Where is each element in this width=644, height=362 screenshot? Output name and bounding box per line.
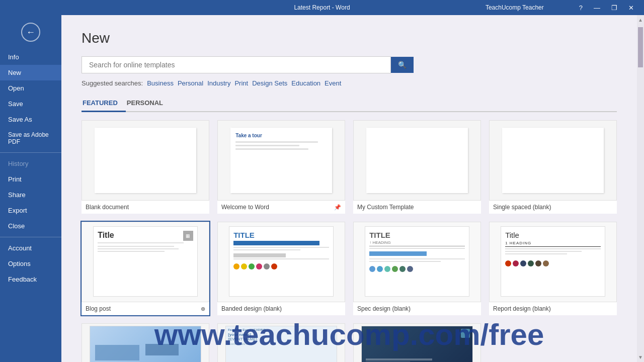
suggested-personal[interactable]: Personal <box>178 79 203 87</box>
sidebar-item-close[interactable]: Close <box>0 218 61 234</box>
main-content: New 🔍 Suggested searches: Business Perso… <box>61 15 637 362</box>
search-button[interactable]: 🔍 <box>391 57 414 73</box>
suggested-print[interactable]: Print <box>234 79 248 87</box>
template-blog-post[interactable]: Title ▦ Blog post ⊕ <box>82 222 209 315</box>
template-grid-row2: Title ▦ Blog post ⊕ TITLE <box>82 222 617 315</box>
template-report-label: Report design (blank) <box>489 302 617 315</box>
blog-pin-icon: ⊕ <box>201 306 205 312</box>
template-report[interactable]: Title 1 HEADING Report de <box>489 222 617 315</box>
template-thumb3-preview <box>353 323 481 362</box>
sidebar-item-export[interactable]: Export <box>0 203 61 218</box>
sidebar-item-history: History <box>0 156 61 171</box>
suggested-education[interactable]: Education <box>291 79 320 87</box>
template-thumb3[interactable] <box>353 323 481 362</box>
template-welcome[interactable]: Take a tour Welcome to Word 📌 <box>217 120 345 214</box>
sidebar-item-save-adobe[interactable]: Save as Adobe PDF <box>0 127 61 149</box>
page-title: New <box>82 30 617 46</box>
title-bar-user-area: TeachUcomp Teacher <box>5 4 574 11</box>
sidebar-item-account[interactable]: Account <box>0 240 61 256</box>
template-thumb2-preview: Featuring Event HEADING [your name] [EVE… <box>217 323 345 362</box>
template-spec-preview: TITLE ↑ HEADING <box>353 222 481 302</box>
welcome-preview-title: Take a tour <box>235 133 327 138</box>
template-tabs: FEATURED PERSONAL <box>82 96 617 112</box>
template-single-spaced[interactable]: Single spaced (blank) <box>489 120 617 214</box>
template-single-spaced-label: Single spaced (blank) <box>489 201 617 214</box>
template-spec-label: Spec design (blank) <box>353 302 481 315</box>
suggested-event[interactable]: Event <box>325 79 341 87</box>
sidebar-item-open[interactable]: Open <box>0 80 61 96</box>
close-button[interactable]: ✕ <box>623 3 639 13</box>
suggested-label: Suggested searches: <box>82 79 143 87</box>
sidebar-item-save-as[interactable]: Save As <box>0 112 61 127</box>
template-blank-label: Blank document <box>82 201 209 214</box>
back-button[interactable]: ← <box>21 23 40 42</box>
sidebar-item-print[interactable]: Print <box>0 171 61 187</box>
template-blog-label: Blog post ⊕ <box>82 302 209 315</box>
minimize-button[interactable]: — <box>589 3 605 13</box>
search-input[interactable] <box>82 56 391 73</box>
tab-personal[interactable]: PERSONAL <box>126 96 171 112</box>
restore-button[interactable]: ❐ <box>606 3 622 13</box>
template-custom[interactable]: My Custom Template <box>353 120 481 214</box>
template-thumb1-preview <box>82 323 209 362</box>
scroll-down[interactable]: ▼ <box>636 352 644 362</box>
template-blank[interactable]: Blank document <box>82 120 209 214</box>
template-welcome-label: Welcome to Word 📌 <box>217 201 345 214</box>
sidebar-item-save[interactable]: Save <box>0 96 61 112</box>
search-icon: 🔍 <box>398 61 407 69</box>
template-welcome-preview: Take a tour <box>217 120 345 201</box>
suggested-industry[interactable]: Industry <box>207 79 230 87</box>
scroll-track[interactable] <box>637 25 644 352</box>
template-grid: Blank document Take a tour Welcome to Wo… <box>82 120 617 214</box>
title-bar-user: TeachUcomp Teacher <box>486 4 544 11</box>
template-blank-preview <box>82 120 209 201</box>
title-bar-title: Latest Report - Word <box>294 4 350 11</box>
template-banded-preview: TITLE <box>217 222 345 302</box>
sidebar-item-info[interactable]: Info <box>0 49 61 65</box>
scrollbar: ▲ ▼ <box>637 15 644 362</box>
help-button[interactable]: ? <box>574 3 588 13</box>
suggested-design-sets[interactable]: Design Sets <box>252 79 287 87</box>
template-banded-label: Banded design (blank) <box>217 302 345 315</box>
template-single-spaced-preview <box>489 120 617 201</box>
suggested-searches: Suggested searches: Business Personal In… <box>82 79 617 87</box>
template-spec[interactable]: TITLE ↑ HEADING <box>353 222 481 315</box>
sidebar: ← Info New Open Save Save As Save as Ado… <box>0 15 61 362</box>
template-grid-row3: Featuring Event HEADING [your name] [EVE… <box>82 323 617 362</box>
scroll-thumb[interactable] <box>638 27 643 67</box>
scroll-up[interactable]: ▲ <box>636 15 644 25</box>
search-bar: 🔍 <box>82 56 414 73</box>
template-blog-preview: Title ▦ <box>82 222 209 302</box>
template-banded[interactable]: TITLE Banded d <box>217 222 345 315</box>
sidebar-item-share[interactable]: Share <box>0 187 61 203</box>
sidebar-item-options[interactable]: Options <box>0 256 61 272</box>
tab-featured[interactable]: FEATURED <box>82 96 126 112</box>
suggested-business[interactable]: Business <box>147 79 174 87</box>
template-thumb2[interactable]: Featuring Event HEADING [your name] [EVE… <box>217 323 345 362</box>
window-controls: ? — ❐ ✕ <box>574 3 639 13</box>
sidebar-item-feedback[interactable]: Feedback <box>0 272 61 287</box>
title-bar: TeachUcomp Teacher Latest Report - Word … <box>0 0 644 15</box>
template-custom-preview <box>353 120 481 201</box>
pin-icon: 📌 <box>334 204 341 211</box>
sidebar-item-new[interactable]: New <box>0 65 61 80</box>
template-report-preview: Title 1 HEADING <box>489 222 617 302</box>
template-custom-label: My Custom Template <box>353 201 481 214</box>
template-thumb1[interactable] <box>82 323 209 362</box>
